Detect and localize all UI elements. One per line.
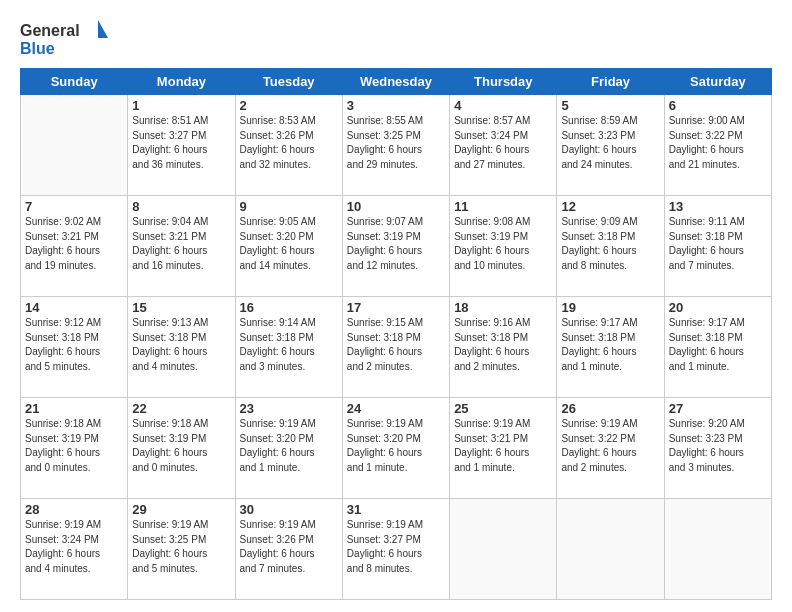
weekday-header-tuesday: Tuesday — [235, 69, 342, 95]
day-info: Sunrise: 9:19 AM Sunset: 3:21 PM Dayligh… — [454, 417, 552, 475]
day-number: 20 — [669, 300, 767, 315]
weekday-header-friday: Friday — [557, 69, 664, 95]
day-number: 24 — [347, 401, 445, 416]
day-info: Sunrise: 9:19 AM Sunset: 3:20 PM Dayligh… — [347, 417, 445, 475]
calendar-cell: 26Sunrise: 9:19 AM Sunset: 3:22 PM Dayli… — [557, 398, 664, 499]
day-info: Sunrise: 9:08 AM Sunset: 3:19 PM Dayligh… — [454, 215, 552, 273]
day-number: 10 — [347, 199, 445, 214]
day-number: 9 — [240, 199, 338, 214]
day-info: Sunrise: 9:18 AM Sunset: 3:19 PM Dayligh… — [25, 417, 123, 475]
day-number: 16 — [240, 300, 338, 315]
calendar-cell: 22Sunrise: 9:18 AM Sunset: 3:19 PM Dayli… — [128, 398, 235, 499]
day-info: Sunrise: 9:19 AM Sunset: 3:20 PM Dayligh… — [240, 417, 338, 475]
day-number: 7 — [25, 199, 123, 214]
day-number: 25 — [454, 401, 552, 416]
day-number: 1 — [132, 98, 230, 113]
day-info: Sunrise: 9:18 AM Sunset: 3:19 PM Dayligh… — [132, 417, 230, 475]
weekday-header-thursday: Thursday — [450, 69, 557, 95]
day-number: 2 — [240, 98, 338, 113]
calendar-cell: 8Sunrise: 9:04 AM Sunset: 3:21 PM Daylig… — [128, 196, 235, 297]
calendar-cell — [21, 95, 128, 196]
day-info: Sunrise: 9:20 AM Sunset: 3:23 PM Dayligh… — [669, 417, 767, 475]
day-number: 8 — [132, 199, 230, 214]
day-info: Sunrise: 9:17 AM Sunset: 3:18 PM Dayligh… — [669, 316, 767, 374]
day-number: 11 — [454, 199, 552, 214]
calendar-cell — [557, 499, 664, 600]
day-number: 5 — [561, 98, 659, 113]
calendar-cell: 24Sunrise: 9:19 AM Sunset: 3:20 PM Dayli… — [342, 398, 449, 499]
day-info: Sunrise: 8:53 AM Sunset: 3:26 PM Dayligh… — [240, 114, 338, 172]
calendar-cell: 20Sunrise: 9:17 AM Sunset: 3:18 PM Dayli… — [664, 297, 771, 398]
calendar-cell: 31Sunrise: 9:19 AM Sunset: 3:27 PM Dayli… — [342, 499, 449, 600]
day-number: 23 — [240, 401, 338, 416]
calendar-cell: 5Sunrise: 8:59 AM Sunset: 3:23 PM Daylig… — [557, 95, 664, 196]
calendar-cell: 17Sunrise: 9:15 AM Sunset: 3:18 PM Dayli… — [342, 297, 449, 398]
calendar-cell: 15Sunrise: 9:13 AM Sunset: 3:18 PM Dayli… — [128, 297, 235, 398]
day-number: 17 — [347, 300, 445, 315]
day-info: Sunrise: 9:04 AM Sunset: 3:21 PM Dayligh… — [132, 215, 230, 273]
logo-svg: General Blue — [20, 18, 110, 60]
calendar-cell: 23Sunrise: 9:19 AM Sunset: 3:20 PM Dayli… — [235, 398, 342, 499]
day-number: 13 — [669, 199, 767, 214]
calendar-cell: 25Sunrise: 9:19 AM Sunset: 3:21 PM Dayli… — [450, 398, 557, 499]
day-number: 12 — [561, 199, 659, 214]
day-info: Sunrise: 9:15 AM Sunset: 3:18 PM Dayligh… — [347, 316, 445, 374]
calendar-cell: 11Sunrise: 9:08 AM Sunset: 3:19 PM Dayli… — [450, 196, 557, 297]
header: General Blue — [20, 18, 772, 60]
day-number: 15 — [132, 300, 230, 315]
calendar-cell: 7Sunrise: 9:02 AM Sunset: 3:21 PM Daylig… — [21, 196, 128, 297]
logo: General Blue — [20, 18, 110, 60]
day-number: 29 — [132, 502, 230, 517]
calendar-cell: 4Sunrise: 8:57 AM Sunset: 3:24 PM Daylig… — [450, 95, 557, 196]
day-info: Sunrise: 9:19 AM Sunset: 3:26 PM Dayligh… — [240, 518, 338, 576]
svg-text:General: General — [20, 22, 80, 39]
day-number: 30 — [240, 502, 338, 517]
day-info: Sunrise: 9:09 AM Sunset: 3:18 PM Dayligh… — [561, 215, 659, 273]
weekday-header-wednesday: Wednesday — [342, 69, 449, 95]
day-number: 4 — [454, 98, 552, 113]
calendar-cell: 27Sunrise: 9:20 AM Sunset: 3:23 PM Dayli… — [664, 398, 771, 499]
calendar-cell — [450, 499, 557, 600]
weekday-header-monday: Monday — [128, 69, 235, 95]
day-info: Sunrise: 9:16 AM Sunset: 3:18 PM Dayligh… — [454, 316, 552, 374]
calendar-cell: 10Sunrise: 9:07 AM Sunset: 3:19 PM Dayli… — [342, 196, 449, 297]
calendar-cell: 13Sunrise: 9:11 AM Sunset: 3:18 PM Dayli… — [664, 196, 771, 297]
calendar-table: SundayMondayTuesdayWednesdayThursdayFrid… — [20, 68, 772, 600]
day-number: 22 — [132, 401, 230, 416]
calendar-cell: 18Sunrise: 9:16 AM Sunset: 3:18 PM Dayli… — [450, 297, 557, 398]
day-number: 3 — [347, 98, 445, 113]
weekday-header-sunday: Sunday — [21, 69, 128, 95]
day-number: 18 — [454, 300, 552, 315]
day-number: 14 — [25, 300, 123, 315]
calendar-cell: 2Sunrise: 8:53 AM Sunset: 3:26 PM Daylig… — [235, 95, 342, 196]
day-info: Sunrise: 9:13 AM Sunset: 3:18 PM Dayligh… — [132, 316, 230, 374]
calendar-cell: 6Sunrise: 9:00 AM Sunset: 3:22 PM Daylig… — [664, 95, 771, 196]
calendar-cell: 9Sunrise: 9:05 AM Sunset: 3:20 PM Daylig… — [235, 196, 342, 297]
day-info: Sunrise: 9:00 AM Sunset: 3:22 PM Dayligh… — [669, 114, 767, 172]
day-info: Sunrise: 8:57 AM Sunset: 3:24 PM Dayligh… — [454, 114, 552, 172]
day-number: 6 — [669, 98, 767, 113]
day-info: Sunrise: 9:07 AM Sunset: 3:19 PM Dayligh… — [347, 215, 445, 273]
day-info: Sunrise: 9:11 AM Sunset: 3:18 PM Dayligh… — [669, 215, 767, 273]
calendar-cell — [664, 499, 771, 600]
weekday-header-saturday: Saturday — [664, 69, 771, 95]
day-number: 27 — [669, 401, 767, 416]
day-info: Sunrise: 9:19 AM Sunset: 3:24 PM Dayligh… — [25, 518, 123, 576]
day-info: Sunrise: 8:59 AM Sunset: 3:23 PM Dayligh… — [561, 114, 659, 172]
calendar-cell: 16Sunrise: 9:14 AM Sunset: 3:18 PM Dayli… — [235, 297, 342, 398]
calendar-cell: 3Sunrise: 8:55 AM Sunset: 3:25 PM Daylig… — [342, 95, 449, 196]
calendar-cell: 30Sunrise: 9:19 AM Sunset: 3:26 PM Dayli… — [235, 499, 342, 600]
svg-text:Blue: Blue — [20, 40, 55, 57]
day-info: Sunrise: 9:19 AM Sunset: 3:22 PM Dayligh… — [561, 417, 659, 475]
day-info: Sunrise: 8:55 AM Sunset: 3:25 PM Dayligh… — [347, 114, 445, 172]
day-info: Sunrise: 9:05 AM Sunset: 3:20 PM Dayligh… — [240, 215, 338, 273]
calendar-cell: 28Sunrise: 9:19 AM Sunset: 3:24 PM Dayli… — [21, 499, 128, 600]
calendar-cell: 29Sunrise: 9:19 AM Sunset: 3:25 PM Dayli… — [128, 499, 235, 600]
calendar-cell: 19Sunrise: 9:17 AM Sunset: 3:18 PM Dayli… — [557, 297, 664, 398]
svg-marker-2 — [98, 20, 108, 38]
calendar-cell: 21Sunrise: 9:18 AM Sunset: 3:19 PM Dayli… — [21, 398, 128, 499]
day-info: Sunrise: 8:51 AM Sunset: 3:27 PM Dayligh… — [132, 114, 230, 172]
day-info: Sunrise: 9:02 AM Sunset: 3:21 PM Dayligh… — [25, 215, 123, 273]
day-info: Sunrise: 9:19 AM Sunset: 3:27 PM Dayligh… — [347, 518, 445, 576]
day-number: 28 — [25, 502, 123, 517]
